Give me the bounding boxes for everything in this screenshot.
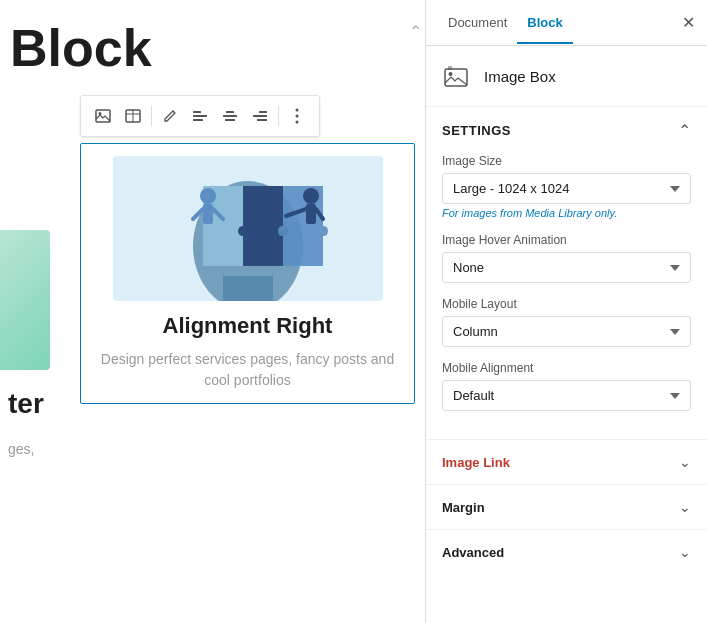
table-toolbar-btn[interactable] xyxy=(119,102,147,130)
block-toolbar xyxy=(80,95,320,137)
image-size-select[interactable]: Large - 1024 x 1024 Medium - 300 x 300 T… xyxy=(442,173,691,204)
image-box-block[interactable]: Alignment Right Design perfect services … xyxy=(80,143,415,404)
settings-section: Settings ⌃ Image Size Large - 1024 x 102… xyxy=(426,107,707,439)
svg-rect-25 xyxy=(306,204,316,224)
svg-rect-6 xyxy=(193,115,207,117)
image-size-hint: For images from Media Library only. xyxy=(442,207,691,219)
editor-area: ⌃ Block xyxy=(0,0,425,623)
svg-point-20 xyxy=(200,188,216,204)
block-name-label: Image Box xyxy=(484,68,556,85)
image-size-field: Image Size Large - 1024 x 1024 Medium - … xyxy=(442,154,691,219)
left-partial-image xyxy=(0,230,50,370)
image-hover-select[interactable]: None Zoom In Zoom Out Grayscale xyxy=(442,252,691,283)
svg-rect-5 xyxy=(193,111,201,113)
svg-rect-7 xyxy=(193,119,203,121)
mobile-layout-label: Mobile Layout xyxy=(442,297,691,311)
svg-rect-8 xyxy=(226,111,234,113)
advanced-title: Advanced xyxy=(442,545,504,560)
block-header: Image Box xyxy=(426,46,707,107)
image-link-header[interactable]: Image Link ⌄ xyxy=(442,454,691,470)
margin-title: Margin xyxy=(442,500,485,515)
image-hover-field: Image Hover Animation None Zoom In Zoom … xyxy=(442,233,691,283)
panel-tabs: Document Block ✕ xyxy=(426,0,707,46)
svg-rect-28 xyxy=(445,69,467,86)
settings-toggle-button[interactable]: ⌃ xyxy=(678,121,691,140)
align-left-toolbar-btn[interactable] xyxy=(186,102,214,130)
svg-point-15 xyxy=(296,115,299,118)
left-partial-subtitle: ges, xyxy=(0,440,42,460)
align-center-toolbar-btn[interactable] xyxy=(216,102,244,130)
block-heading: Alignment Right xyxy=(163,313,333,339)
panel-close-button[interactable]: ✕ xyxy=(682,15,695,31)
advanced-header[interactable]: Advanced ⌄ xyxy=(442,544,691,560)
advanced-section: Advanced ⌄ xyxy=(426,529,707,574)
more-toolbar-btn[interactable] xyxy=(283,102,311,130)
image-hover-label: Image Hover Animation xyxy=(442,233,691,247)
margin-arrow-icon: ⌄ xyxy=(679,499,691,515)
svg-rect-13 xyxy=(257,119,267,121)
image-link-arrow-icon: ⌄ xyxy=(679,454,691,470)
image-size-label: Image Size xyxy=(442,154,691,168)
mobile-alignment-field: Mobile Alignment Default Left Center Rig… xyxy=(442,361,691,411)
svg-rect-19 xyxy=(223,276,273,301)
svg-point-16 xyxy=(296,121,299,124)
svg-rect-9 xyxy=(223,115,237,117)
settings-panel: Document Block ✕ Image Box Settings ⌃ Im… xyxy=(425,0,707,623)
scroll-up-icon[interactable]: ⌃ xyxy=(405,16,425,46)
svg-rect-21 xyxy=(203,204,213,224)
settings-title-row: Settings ⌃ xyxy=(442,121,691,140)
image-link-section: Image Link ⌄ xyxy=(426,439,707,484)
image-link-title: Image Link xyxy=(442,455,510,470)
mobile-layout-select[interactable]: Column Row Row Reverse xyxy=(442,316,691,347)
left-partial-title: ter xyxy=(0,390,52,418)
margin-header[interactable]: Margin ⌄ xyxy=(442,499,691,515)
edit-toolbar-btn[interactable] xyxy=(156,102,184,130)
svg-rect-0 xyxy=(96,110,110,122)
block-image xyxy=(113,156,383,301)
svg-rect-10 xyxy=(225,119,235,121)
advanced-arrow-icon: ⌄ xyxy=(679,544,691,560)
mobile-alignment-label: Mobile Alignment xyxy=(442,361,691,375)
svg-rect-11 xyxy=(259,111,267,113)
image-box-content: Alignment Right Design perfect services … xyxy=(81,144,414,403)
tab-block[interactable]: Block xyxy=(517,3,572,44)
svg-rect-12 xyxy=(253,115,267,117)
align-right-toolbar-btn[interactable] xyxy=(246,102,274,130)
svg-point-24 xyxy=(303,188,319,204)
mobile-alignment-select[interactable]: Default Left Center Right xyxy=(442,380,691,411)
svg-rect-30 xyxy=(448,66,452,70)
svg-point-14 xyxy=(296,109,299,112)
mobile-layout-field: Mobile Layout Column Row Row Reverse xyxy=(442,297,691,347)
image-box-icon xyxy=(442,60,474,92)
page-title: Block xyxy=(0,0,425,87)
svg-point-29 xyxy=(449,72,453,76)
toolbar-divider-2 xyxy=(278,106,279,126)
settings-title: Settings xyxy=(442,123,511,138)
tab-document[interactable]: Document xyxy=(438,3,517,44)
margin-section: Margin ⌄ xyxy=(426,484,707,529)
image-toolbar-btn[interactable] xyxy=(89,102,117,130)
toolbar-divider xyxy=(151,106,152,126)
block-body-text: Design perfect services pages, fancy pos… xyxy=(93,349,402,391)
